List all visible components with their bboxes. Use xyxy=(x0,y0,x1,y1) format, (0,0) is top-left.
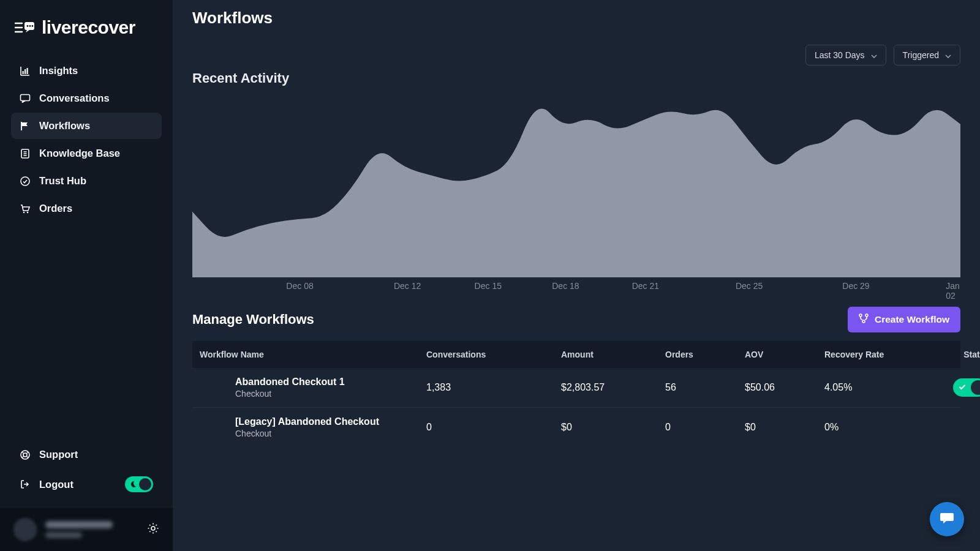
check-icon xyxy=(958,383,967,394)
svg-rect-6 xyxy=(27,68,28,74)
crescent-icon xyxy=(129,480,137,489)
user-role-redacted xyxy=(45,532,82,538)
top-controls: Last 30 Days Triggered xyxy=(192,45,960,66)
svg-point-11 xyxy=(27,211,29,213)
manage-title: Manage Workflows xyxy=(192,312,314,328)
avatar[interactable] xyxy=(13,518,37,541)
sidebar-item-insights[interactable]: Insights xyxy=(11,58,162,84)
toggle-knob xyxy=(139,478,151,490)
svg-point-3 xyxy=(32,25,34,27)
sidebar-item-logout[interactable]: Logout xyxy=(11,469,162,500)
main: Workflows Last 30 Days Triggered Recent … xyxy=(173,0,980,551)
chat-bubble-icon xyxy=(939,510,955,528)
svg-point-17 xyxy=(862,320,865,323)
nav: Insights Conversations Workflows Knowled… xyxy=(0,50,173,222)
cell-recovery: 4.05% xyxy=(824,382,953,393)
sidebar-bottom: Support Logout xyxy=(0,439,173,508)
cell-conversations: 1,383 xyxy=(426,382,561,393)
svg-point-16 xyxy=(865,314,868,317)
cell-amount: $0 xyxy=(561,422,665,433)
user-name-redacted xyxy=(45,521,113,528)
date-range-select[interactable]: Last 30 Days xyxy=(805,45,886,66)
metric-select[interactable]: Triggered xyxy=(894,45,960,66)
x-tick-label: Dec 21 xyxy=(632,281,659,291)
brand: liverecover xyxy=(0,0,173,50)
th-amount: Amount xyxy=(561,350,665,359)
lifebuoy-icon xyxy=(20,449,31,460)
shield-check-icon xyxy=(20,176,31,187)
x-tick-label: Dec 15 xyxy=(475,281,502,291)
user-block xyxy=(0,508,173,551)
sidebar-item-workflows[interactable]: Workflows xyxy=(11,113,162,139)
svg-point-15 xyxy=(859,314,862,317)
cell-recovery: 0% xyxy=(824,422,953,433)
svg-point-2 xyxy=(29,25,31,27)
chat-icon xyxy=(20,93,31,104)
cell-aov: $0 xyxy=(745,422,824,433)
flag-icon xyxy=(20,121,31,132)
sidebar-item-knowledge-base[interactable]: Knowledge Base xyxy=(11,140,162,167)
date-range-label: Last 30 Days xyxy=(815,50,865,60)
support-label: Support xyxy=(39,449,78,460)
x-tick-label: Jan 02 xyxy=(946,281,960,301)
svg-point-14 xyxy=(151,527,155,530)
create-workflow-button[interactable]: Create Workflow xyxy=(848,307,960,332)
workflows-table: Workflow Name Conversations Amount Order… xyxy=(192,341,960,447)
th-orders: Orders xyxy=(665,350,745,359)
area-chart xyxy=(192,95,960,277)
chart-x-axis: Dec 08Dec 12Dec 15Dec 18Dec 21Dec 25Dec … xyxy=(192,281,960,293)
nav-label: Insights xyxy=(39,65,78,77)
metric-label: Triggered xyxy=(903,50,939,60)
th-recovery: Recovery Rate xyxy=(824,350,953,359)
nav-label: Conversations xyxy=(39,92,110,104)
x-tick-label: Dec 12 xyxy=(394,281,421,291)
svg-point-13 xyxy=(23,453,27,457)
th-status: Status xyxy=(953,350,980,359)
chevron-down-icon xyxy=(871,50,877,60)
sidebar-item-conversations[interactable]: Conversations xyxy=(11,85,162,111)
th-aov: AOV xyxy=(745,350,824,359)
sidebar-item-support[interactable]: Support xyxy=(11,441,162,468)
create-workflow-label: Create Workflow xyxy=(875,314,949,325)
menu-chat-icon[interactable] xyxy=(15,20,36,35)
chart-icon xyxy=(20,66,31,77)
sidebar-item-trust-hub[interactable]: Trust Hub xyxy=(11,168,162,194)
book-icon xyxy=(20,148,31,159)
th-conversations: Conversations xyxy=(426,350,561,359)
x-tick-label: Dec 18 xyxy=(552,281,579,291)
user-meta xyxy=(45,521,113,538)
branch-icon xyxy=(859,313,869,326)
svg-rect-4 xyxy=(23,71,24,74)
svg-point-9 xyxy=(21,177,29,186)
workflow-name: Abandoned Checkout 1 xyxy=(235,377,426,388)
sidebar: liverecover Insights Conversations Workf… xyxy=(0,0,173,551)
table-header: Workflow Name Conversations Amount Order… xyxy=(192,341,960,368)
nav-label: Trust Hub xyxy=(39,175,86,187)
gear-icon[interactable] xyxy=(147,522,159,537)
table-row[interactable]: [Legacy] Abandoned Checkout Checkout 0 $… xyxy=(192,408,960,447)
nav-label: Orders xyxy=(39,203,72,214)
svg-rect-7 xyxy=(21,94,30,100)
svg-rect-5 xyxy=(24,69,26,74)
svg-point-1 xyxy=(27,25,29,27)
th-name: Workflow Name xyxy=(200,350,426,359)
table-row[interactable]: Abandoned Checkout 1 Checkout 1,383 $2,8… xyxy=(192,368,960,408)
recent-activity-title: Recent Activity xyxy=(192,70,960,86)
toggle-knob xyxy=(971,380,980,395)
sidebar-item-orders[interactable]: Orders xyxy=(11,195,162,222)
cell-amount: $2,803.57 xyxy=(561,382,665,393)
x-tick-label: Dec 25 xyxy=(736,281,763,291)
status-toggle[interactable] xyxy=(953,378,980,397)
cell-orders: 56 xyxy=(665,382,745,393)
chevron-down-icon xyxy=(945,50,951,60)
cell-conversations: 0 xyxy=(426,422,561,433)
theme-toggle[interactable] xyxy=(125,476,153,492)
workflow-subtitle: Checkout xyxy=(235,389,426,399)
page-title: Workflows xyxy=(192,9,960,28)
cell-aov: $50.06 xyxy=(745,382,824,393)
svg-point-10 xyxy=(23,211,25,213)
workflow-name: [Legacy] Abandoned Checkout xyxy=(235,416,426,427)
chat-fab[interactable] xyxy=(930,502,964,536)
x-tick-label: Dec 29 xyxy=(842,281,869,291)
x-tick-label: Dec 08 xyxy=(286,281,313,291)
